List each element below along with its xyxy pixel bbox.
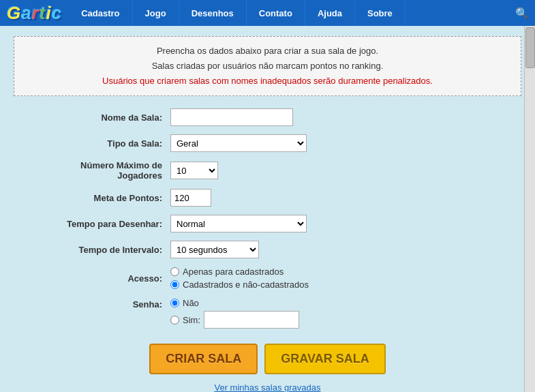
acesso-option2-label[interactable]: Cadastrados e não-cadastrados (170, 280, 309, 290)
acesso-option1-text: Apenas para cadastrados (183, 267, 284, 277)
nome-sala-label: Nome da Sala: (34, 112, 170, 123)
nome-sala-row: Nome da Sala: (34, 108, 501, 126)
nav-items: Cadastro Jogo Desenhos Contato Ajuda Sob… (69, 0, 509, 26)
page-container: Gartic Cadastro Jogo Desenhos Contato Aj… (0, 0, 535, 392)
nav-item-desenhos[interactable]: Desenhos (179, 0, 247, 26)
acesso-option1-label[interactable]: Apenas para cadastrados (170, 267, 309, 277)
info-line-2: Salas criadas por usuários não marcam po… (28, 59, 507, 74)
tipo-sala-select[interactable]: Geral 18+ Adulto (170, 134, 307, 152)
logo-area: Gartic (0, 0, 69, 26)
meta-pontos-label: Meta de Pontos: (34, 193, 170, 203)
nav-item-jogo[interactable]: Jogo (133, 0, 179, 26)
nav-item-ajuda[interactable]: Ajuda (305, 0, 355, 26)
num-max-row: Número Máximo deJogadores 10 5 15 20 (34, 160, 501, 181)
acesso-row: Acesso: Apenas para cadastrados Cadastra… (34, 267, 501, 290)
gravar-sala-button[interactable]: GRAVAR SALA (264, 344, 385, 374)
acesso-radio-cadastrados[interactable] (170, 267, 179, 276)
senha-radio-group: Não Sim: (170, 298, 299, 329)
num-max-select[interactable]: 10 5 15 20 (170, 162, 218, 179)
senha-input[interactable] (204, 311, 299, 329)
tempo-desenhar-row: Tempo para Desenhar: Normal Rápido Lento (34, 215, 501, 232)
top-nav: Gartic Cadastro Jogo Desenhos Contato Aj… (0, 0, 535, 26)
senha-nao-text: Não (183, 298, 199, 308)
senha-label: Senha: (34, 298, 170, 310)
meta-pontos-row: Meta de Pontos: (34, 189, 501, 207)
senha-row: Senha: Não Sim: (34, 298, 501, 329)
acesso-radio-group: Apenas para cadastrados Cadastrados e nã… (170, 267, 309, 290)
scrollbar-thumb[interactable] (525, 27, 535, 68)
nav-item-contato[interactable]: Contato (247, 0, 305, 26)
senha-nao-radio[interactable] (170, 299, 179, 307)
senha-sim-text: Sim: (183, 315, 200, 325)
info-line-1: Preencha os dados abaixo para criar a su… (28, 44, 507, 59)
main-content: Preencha os dados abaixo para criar a su… (0, 26, 535, 392)
form-area: Nome da Sala: Tipo da Sala: Geral 18+ Ad… (14, 108, 521, 329)
tipo-sala-label: Tipo da Sala: (34, 138, 170, 149)
senha-sim-radio[interactable] (170, 316, 179, 325)
tempo-desenhar-label: Tempo para Desenhar: (34, 219, 170, 229)
nav-item-sobre[interactable]: Sobre (355, 0, 406, 26)
ver-salas-link[interactable]: Ver minhas salas gravadas (14, 382, 521, 392)
senha-nao-label[interactable]: Não (170, 298, 299, 308)
tempo-desenhar-select[interactable]: Normal Rápido Lento (170, 215, 307, 232)
acesso-radio-todos[interactable] (170, 280, 179, 289)
acesso-option2-text: Cadastrados e não-cadastrados (183, 280, 309, 290)
tipo-sala-row: Tipo da Sala: Geral 18+ Adulto (34, 134, 501, 152)
scrollbar-track[interactable] (524, 26, 535, 392)
info-line-3: Usuários que criarem salas com nomes ina… (28, 74, 507, 89)
senha-sim-label[interactable]: Sim: (170, 311, 299, 329)
meta-pontos-input[interactable] (170, 189, 211, 207)
button-row: CRIAR SALA GRAVAR SALA (14, 344, 521, 374)
nav-item-cadastro[interactable]: Cadastro (69, 0, 132, 26)
tempo-intervalo-row: Tempo de Intervalo: 10 segundos 20 segun… (34, 241, 501, 258)
tempo-intervalo-label: Tempo de Intervalo: (34, 245, 170, 255)
tempo-intervalo-select[interactable]: 10 segundos 20 segundos 30 segundos (170, 241, 259, 258)
criar-sala-button[interactable]: CRIAR SALA (149, 344, 258, 374)
search-icon[interactable]: 🔍 (509, 0, 535, 26)
nome-sala-input[interactable] (170, 108, 293, 126)
logo: Gartic (7, 3, 62, 24)
acesso-label: Acesso: (34, 273, 170, 284)
info-box: Preencha os dados abaixo para criar a su… (14, 36, 521, 96)
num-max-label: Número Máximo deJogadores (34, 160, 170, 181)
